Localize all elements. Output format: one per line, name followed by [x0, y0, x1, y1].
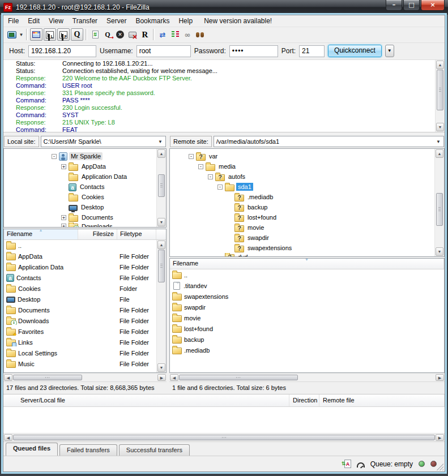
remote-file-row[interactable]: lost+found: [170, 323, 444, 334]
scroll-left-icon[interactable]: ◀: [170, 374, 178, 381]
scrollbar-thumb[interactable]: [13, 435, 435, 440]
local-file-row[interactable]: Contacts File Folder: [4, 272, 156, 283]
toggle-local-tree-icon[interactable]: L: [44, 28, 56, 41]
local-file-row[interactable]: Favorites File Folder: [4, 326, 156, 337]
port-input[interactable]: 21: [299, 45, 325, 57]
remote-tree-item[interactable]: autofs: [170, 171, 434, 182]
toggle-message-log-icon[interactable]: [30, 28, 42, 41]
queue-column-header[interactable]: Server/Local file: [3, 394, 289, 406]
new-version-notice[interactable]: New version available!: [199, 16, 276, 26]
menu-item[interactable]: File: [3, 16, 23, 26]
remote-file-row[interactable]: ..: [170, 269, 444, 280]
log-scrollbar[interactable]: ▲ ▼: [435, 60, 445, 132]
menu-item[interactable]: Help: [174, 16, 197, 26]
local-tree-scrollbar[interactable]: ▲ ▼: [156, 149, 166, 227]
remote-tree-item[interactable]: media: [170, 161, 434, 171]
remote-tree-item[interactable]: .mediadb: [170, 192, 434, 202]
site-manager-icon[interactable]: [6, 28, 18, 41]
column-header[interactable]: Filesize: [78, 229, 117, 239]
chevron-down-icon[interactable]: ▼: [157, 139, 163, 144]
local-file-row[interactable]: AppData File Folder: [4, 251, 156, 261]
remote-hscrollbar[interactable]: ◀ ▶: [169, 373, 445, 381]
local-tree-item[interactable]: AppData: [4, 161, 156, 171]
scroll-left-icon[interactable]: ◀: [4, 374, 12, 381]
scrollbar-thumb[interactable]: [158, 250, 165, 282]
menu-item[interactable]: Bookmarks: [131, 16, 174, 26]
tree-expander-icon[interactable]: [61, 164, 66, 169]
menu-item[interactable]: View: [44, 16, 68, 26]
chevron-down-icon[interactable]: ▼: [436, 139, 441, 144]
menu-item[interactable]: Transfer: [68, 16, 102, 26]
local-hscrollbar[interactable]: ◀ ▶: [3, 373, 167, 381]
local-file-row[interactable]: Documents File Folder: [4, 305, 156, 315]
tree-expander-icon[interactable]: [217, 185, 223, 190]
minimize-button[interactable]: –: [386, 0, 402, 11]
menu-item[interactable]: Edit: [23, 16, 44, 26]
tree-expander-icon[interactable]: [52, 154, 57, 159]
local-tree-item[interactable]: Downloads: [4, 222, 156, 228]
disconnect-icon[interactable]: [126, 28, 139, 41]
local-file-row[interactable]: Local Settings File Folder: [4, 348, 156, 358]
tree-expander-icon[interactable]: [198, 164, 203, 169]
remote-tree-scrollbar[interactable]: ▲ ▼: [434, 149, 444, 256]
tree-expander-icon[interactable]: [61, 215, 66, 220]
toggle-remote-tree-icon[interactable]: F: [57, 28, 70, 41]
remote-tree-item[interactable]: var: [170, 151, 434, 161]
directory-comparison-icon[interactable]: ⇄: [156, 28, 169, 41]
column-header[interactable]: Filetype: [117, 229, 156, 239]
local-file-row[interactable]: Links File Folder: [4, 337, 156, 348]
remote-file-row[interactable]: .titandev: [170, 280, 444, 291]
scroll-up-icon[interactable]: ▲: [436, 149, 443, 158]
scroll-down-icon[interactable]: ▼: [157, 218, 165, 226]
local-site-combo[interactable]: C:\Users\Mr Sparkle\ ▼: [41, 136, 166, 147]
column-header[interactable]: ▼ Filename: [170, 259, 444, 269]
remote-file-row[interactable]: swapextensions: [170, 291, 444, 302]
password-input[interactable]: ••••: [229, 45, 278, 57]
menu-item[interactable]: Server: [102, 16, 131, 26]
maximize-button[interactable]: □: [403, 0, 420, 11]
scroll-up-icon[interactable]: ▲: [157, 149, 165, 158]
quickconnect-button[interactable]: Quickconnect: [328, 45, 382, 57]
queue-tab[interactable]: Successful transfers: [119, 444, 190, 456]
remote-tree-item[interactable]: swapextensions: [170, 243, 434, 253]
remote-file-row[interactable]: .mediadb: [170, 345, 444, 355]
scroll-down-icon[interactable]: ▼: [157, 363, 165, 372]
scroll-left-icon[interactable]: ◀: [4, 434, 12, 441]
cancel-operation-icon[interactable]: ✕: [114, 28, 126, 41]
toolbar-separator[interactable]: [26, 29, 28, 40]
local-tree-item[interactable]: Application Data: [4, 171, 156, 182]
toggle-transfer-queue-icon[interactable]: Q: [71, 28, 83, 41]
speed-limits-icon[interactable]: ∞: [181, 28, 194, 41]
local-tree-item[interactable]: Contacts: [4, 182, 156, 192]
transfer-type-icon[interactable]: [344, 460, 351, 468]
username-input[interactable]: root: [136, 45, 191, 57]
local-file-row[interactable]: Music File Folder: [4, 358, 156, 369]
scroll-down-icon[interactable]: ▼: [436, 123, 444, 131]
remote-file-row[interactable]: swapdir: [170, 302, 444, 312]
remote-file-row[interactable]: movie: [170, 312, 444, 323]
scroll-up-icon[interactable]: ▲: [436, 61, 444, 69]
local-file-row[interactable]: Application Data File Folder: [4, 261, 156, 272]
scrollbar-thumb[interactable]: [436, 193, 443, 226]
resize-grip[interactable]: [437, 464, 443, 470]
remote-tree-item[interactable]: dvd: [170, 253, 434, 257]
scrollbar-thumb[interactable]: [158, 174, 165, 197]
queue-tab[interactable]: Queued files: [6, 443, 58, 456]
toolbar-separator[interactable]: [86, 29, 87, 40]
local-tree-item[interactable]: Mr Sparkle: [4, 151, 156, 161]
reconnect-icon[interactable]: R: [139, 28, 151, 41]
local-tree-item[interactable]: Cookies: [4, 192, 156, 202]
column-header[interactable]: ▲ Filename: [4, 229, 78, 239]
process-queue-icon[interactable]: Q: [101, 28, 114, 41]
local-tree-item[interactable]: Desktop: [4, 202, 156, 212]
toolbar-separator[interactable]: [153, 29, 155, 40]
quickconnect-dropdown-icon[interactable]: ▼: [385, 45, 394, 57]
scrollbar-thumb[interactable]: [179, 375, 298, 380]
scroll-right-icon[interactable]: ▶: [436, 374, 444, 381]
queue-tab[interactable]: Failed transfers: [59, 444, 117, 456]
remote-file-row[interactable]: backup: [170, 334, 444, 345]
scrollbar-thumb[interactable]: [437, 70, 443, 110]
local-file-row[interactable]: Cookies Folder: [4, 283, 156, 294]
remote-site-combo[interactable]: /var/media/autofs/sda1 ▼: [214, 136, 444, 147]
host-input[interactable]: 192.168.1.20: [28, 45, 96, 57]
